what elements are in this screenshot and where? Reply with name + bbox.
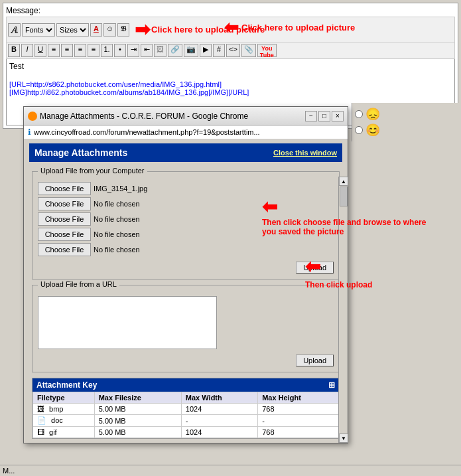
choose-file-btn-4[interactable]: Choose File bbox=[38, 228, 91, 241]
bold-btn[interactable]: B bbox=[8, 44, 20, 57]
choose-file-btn-2[interactable]: Choose File bbox=[38, 197, 91, 210]
modal-titlebar: Manage Attachments - C.O.R.E. FORUM - Go… bbox=[24, 107, 348, 125]
code-btn[interactable]: <> bbox=[226, 44, 240, 57]
img-btn[interactable]: 🖼 bbox=[154, 44, 166, 57]
restore-button[interactable]: □ bbox=[318, 111, 330, 121]
modal-content: Manage Attachments Close this window Upl… bbox=[24, 139, 348, 443]
font-icon-btn[interactable]: 𝔸 bbox=[8, 23, 21, 37]
filetype-icon: 🎞 bbox=[37, 428, 44, 436]
upload-computer-btn[interactable]: Upload bbox=[296, 262, 334, 274]
filetype-label: bmp bbox=[49, 405, 63, 413]
modal-title: Manage Attachments - C.O.R.E. FORUM - Go… bbox=[40, 112, 304, 121]
attachment-key-table: Attachment Key ⊞ Filetype Max Filesize M… bbox=[32, 378, 340, 439]
file-name-2: No file chosen bbox=[94, 200, 140, 208]
emoji-row-2: 😊 bbox=[355, 123, 458, 137]
bottom-text: M... bbox=[3, 467, 15, 475]
max-width-cell: 1024 bbox=[181, 404, 257, 415]
url-input[interactable] bbox=[38, 296, 217, 349]
upload-arrow-icon: ➡ bbox=[135, 19, 150, 40]
italic-btn[interactable]: I bbox=[21, 44, 33, 57]
file-row-1: Choose File IMG_3154_1.jpg bbox=[38, 182, 334, 195]
file-row-5: Choose File No file chosen bbox=[38, 243, 334, 256]
font-style-btn[interactable]: 𝔅 bbox=[117, 23, 129, 37]
minimize-button[interactable]: − bbox=[305, 111, 317, 121]
file-name-5: No file chosen bbox=[94, 246, 140, 254]
radio-1[interactable] bbox=[355, 110, 363, 118]
col-max-width: Max Width bbox=[181, 392, 257, 404]
file-row-3: Choose File No file chosen bbox=[38, 212, 334, 226]
file-name-3: No file chosen bbox=[94, 215, 140, 223]
table-row: 📄 doc 5.00 MB - - bbox=[33, 415, 339, 427]
scroll-thumb[interactable] bbox=[340, 187, 348, 206]
max-width-cell: - bbox=[181, 415, 257, 427]
align-justify-btn[interactable]: ≡ bbox=[88, 44, 99, 57]
emoji-1: 😞 bbox=[365, 107, 380, 121]
choose-file-btn-5[interactable]: Choose File bbox=[38, 243, 91, 256]
max-filesize-cell: 5.00 MB bbox=[94, 404, 181, 415]
toolbar-row1: 𝔸 Fonts Sizes A ☺ 𝔅 ➡ Click here to uplo… bbox=[6, 17, 455, 42]
list-ul-btn[interactable]: • bbox=[114, 44, 126, 57]
upload-url-legend: Upload File from a URL bbox=[38, 280, 119, 288]
font-select[interactable]: Fonts bbox=[22, 23, 55, 37]
align-left-btn[interactable]: ≡ bbox=[48, 44, 60, 57]
attachment-key-header: Attachment Key ⊞ bbox=[33, 378, 339, 392]
max-filesize-cell: 5.00 MB bbox=[94, 415, 181, 427]
col-max-filesize: Max Filesize bbox=[94, 392, 181, 404]
upload-computer-section: Upload File from your Computer Choose Fi… bbox=[32, 171, 340, 279]
modal-header-title: Manage Attachments bbox=[34, 147, 127, 158]
max-height-cell: - bbox=[258, 415, 339, 427]
align-center-btn[interactable]: ≡ bbox=[61, 44, 73, 57]
hash-btn[interactable]: # bbox=[213, 44, 225, 57]
close-window-link[interactable]: Close this window bbox=[273, 149, 337, 157]
scroll-down-arrow[interactable]: ▼ bbox=[339, 434, 348, 443]
choose-file-btn-1[interactable]: Choose File bbox=[38, 182, 91, 195]
bottom-bar: M... bbox=[0, 465, 461, 476]
file-name-1: IMG_3154_1.jpg bbox=[94, 185, 147, 193]
youtube-btn[interactable]: YouTube bbox=[257, 44, 277, 57]
file-name-4: No file chosen bbox=[94, 230, 140, 238]
video-btn[interactable]: ▶ bbox=[200, 44, 212, 57]
filetype-icon: 🖼 bbox=[37, 405, 44, 413]
toolbar-row2: B I U ≡ ≡ ≡ ≡ 1. • ⇥ ⇤ 🖼 🔗 📷 ▶ # <> 📎 Yo… bbox=[6, 42, 455, 59]
max-width-cell: 1024 bbox=[181, 427, 257, 438]
file-row-4: Choose File No file chosen bbox=[38, 228, 334, 241]
modal-scrollbar[interactable]: ▲ ▼ bbox=[338, 177, 348, 443]
filetype-cell: 📄 doc bbox=[33, 415, 95, 427]
emoji-2: 😊 bbox=[365, 123, 380, 137]
upload-url-btn[interactable]: Upload bbox=[296, 355, 334, 366]
attach-btn[interactable]: 📎 bbox=[241, 44, 256, 57]
file-row-2: Choose File No file chosen bbox=[38, 197, 334, 210]
choose-file-btn-3[interactable]: Choose File bbox=[38, 212, 91, 226]
smiley-btn[interactable]: ☺ bbox=[103, 23, 116, 37]
scroll-up-arrow[interactable]: ▲ bbox=[339, 177, 348, 186]
click-here-annotation: Click here to upload picture bbox=[151, 25, 265, 35]
outdent-btn[interactable]: ⇤ bbox=[141, 44, 153, 57]
underline-btn[interactable]: U bbox=[34, 44, 46, 57]
table-row: 🖼 bmp 5.00 MB 1024 768 bbox=[33, 404, 339, 415]
attachment-table: Filetype Max Filesize Max Width Max Heig… bbox=[33, 392, 339, 438]
radio-2[interactable] bbox=[355, 126, 363, 134]
close-button[interactable]: × bbox=[332, 111, 344, 121]
table-row: 🎞 gif 5.00 MB 1024 768 bbox=[33, 427, 339, 438]
attachment-key-title: Attachment Key bbox=[36, 380, 97, 390]
size-select[interactable]: Sizes bbox=[56, 23, 89, 37]
upload-url-section: Upload File from a URL Upload bbox=[32, 285, 340, 372]
img2-btn[interactable]: 📷 bbox=[184, 44, 198, 57]
color-btn[interactable]: A bbox=[90, 23, 102, 37]
max-filesize-cell: 5.00 MB bbox=[94, 427, 181, 438]
filetype-label: doc bbox=[51, 416, 63, 424]
editor-url1: [URL=http://s862.photobucket.com/user/me… bbox=[9, 80, 452, 88]
link-btn[interactable]: 🔗 bbox=[168, 44, 182, 57]
align-right-btn[interactable]: ≡ bbox=[74, 44, 86, 57]
modal-favicon-icon bbox=[28, 112, 37, 121]
col-max-height: Max Height bbox=[258, 392, 339, 404]
address-text: www.cincyoffroad.com/forum/newattachment… bbox=[34, 128, 260, 136]
indent-btn[interactable]: ⇥ bbox=[127, 44, 139, 57]
expand-icon[interactable]: ⊞ bbox=[328, 380, 335, 390]
list-ol-btn[interactable]: 1. bbox=[101, 44, 113, 57]
upload-computer-legend: Upload File from your Computer bbox=[38, 167, 147, 175]
col-filetype: Filetype bbox=[33, 392, 95, 404]
modal-window: Manage Attachments - C.O.R.E. FORUM - Go… bbox=[23, 106, 348, 443]
filetype-label: gif bbox=[49, 428, 57, 436]
filetype-cell: 🖼 bmp bbox=[33, 404, 95, 415]
